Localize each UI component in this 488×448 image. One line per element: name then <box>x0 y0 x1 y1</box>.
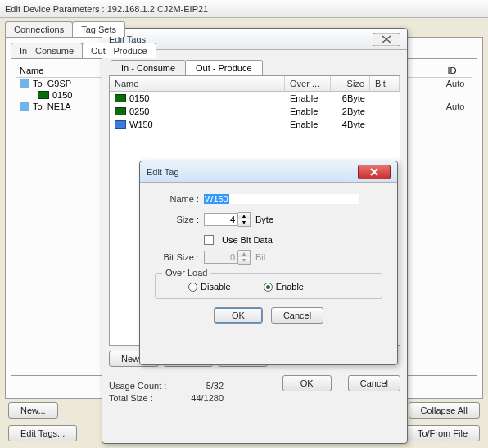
memory-icon <box>115 94 126 102</box>
up-arrow-icon[interactable]: ▲ <box>238 213 250 219</box>
dialog-body: Name : W150 Size : ▲▼ Byte Use Bit Data … <box>140 183 397 332</box>
subtab-out-produce[interactable]: Out - Produce <box>82 43 156 58</box>
grid-header: Name Over ... Size Bit <box>110 76 400 92</box>
collapse-all-button[interactable]: Collapse All <box>409 402 480 419</box>
total-size-value: 44/1280 <box>191 392 224 405</box>
cell-bit <box>370 119 400 130</box>
ok-button[interactable]: OK <box>282 375 332 391</box>
bit-size-spinner: ▲▼ <box>204 250 251 265</box>
cell-size: 2Byte <box>331 106 370 117</box>
tree-item-label: 0150 <box>52 90 72 100</box>
col-name: Name <box>20 66 43 75</box>
edit-tag-dialog: Edit Tag Name : W150 Size : ▲▼ Byte Use … <box>139 161 398 365</box>
network-icon <box>20 79 29 88</box>
to-from-file-button[interactable]: To/From File <box>405 425 480 441</box>
use-bit-label: Use Bit Data <box>222 235 273 245</box>
overload-legend: Over Load <box>162 268 210 278</box>
cell-over: Enable <box>285 106 331 117</box>
bit-size-label: Bit Size : <box>155 252 199 262</box>
usage-count-value: 5/32 <box>191 380 224 392</box>
tab-in-consume[interactable]: In - Consume <box>111 60 186 75</box>
cell-name: 0250 <box>129 106 149 116</box>
enable-label: Enable <box>276 282 304 292</box>
memory-icon <box>115 107 126 115</box>
dialog-titlebar[interactable]: Edit Tag <box>140 161 397 183</box>
col-bit[interactable]: Bit <box>370 76 400 91</box>
cell-name: 0150 <box>129 93 149 103</box>
titlebar: Edit Device Parameters : 192.168.1.2 CJ2… <box>0 0 488 18</box>
cell-size: 6Byte <box>331 93 370 104</box>
tab-tag-sets[interactable]: Tag Sets <box>72 21 125 37</box>
overload-group: Over Load Disable Enable <box>155 273 382 299</box>
col-id: ID <box>436 66 468 75</box>
close-icon[interactable] <box>373 33 400 46</box>
size-spinner[interactable]: ▲▼ <box>204 212 251 227</box>
ok-button[interactable]: OK <box>214 307 263 324</box>
radio-enable[interactable]: Enable <box>264 282 304 292</box>
bit-size-input <box>204 251 238 264</box>
cell-over: Enable <box>285 119 331 130</box>
usage-count-label: Usage Count : <box>109 380 166 392</box>
col-size[interactable]: Size <box>331 76 370 91</box>
tree-item-label: To_G9SP <box>33 79 71 88</box>
edit-tags-tabs: In - Consume Out - Produce <box>111 60 399 75</box>
spinner-arrows[interactable]: ▲▼ <box>238 212 251 227</box>
tree-item-label: To_NE1A <box>33 102 70 111</box>
usage-info: Usage Count : Total Size : 5/32 44/1280 <box>109 380 224 405</box>
size-unit: Byte <box>255 215 273 224</box>
cell-bit <box>370 106 400 117</box>
tree-id: Auto <box>439 79 472 88</box>
disable-label: Disable <box>201 282 231 292</box>
down-arrow-icon[interactable]: ▼ <box>238 219 250 226</box>
cell-name: W150 <box>129 120 153 129</box>
window-title: Edit Device Parameters : 192.168.1.2 CJ2… <box>5 4 483 14</box>
spinner-arrows: ▲▼ <box>238 250 251 265</box>
cell-size: 4Byte <box>331 119 370 130</box>
new-button[interactable]: New... <box>8 402 58 419</box>
close-button[interactable] <box>358 165 391 179</box>
radio-icon <box>264 283 273 292</box>
dialog-buttons: OK Cancel <box>155 307 382 324</box>
size-label: Size : <box>155 215 199 224</box>
col-overload[interactable]: Over ... <box>285 76 331 91</box>
name-label: Name : <box>155 194 199 204</box>
grid-row[interactable]: 0250 Enable 2Byte <box>110 105 400 118</box>
name-value-selected: W150 <box>204 194 229 204</box>
dialog-title: Edit Tag <box>147 167 358 177</box>
radio-disable[interactable]: Disable <box>188 282 231 292</box>
total-size-label: Total Size : <box>109 392 166 405</box>
bit-unit: Bit <box>255 252 266 262</box>
radio-icon <box>188 283 197 292</box>
memory-icon <box>115 120 126 129</box>
use-bit-checkbox[interactable] <box>204 235 214 245</box>
cancel-button[interactable]: Cancel <box>348 375 400 391</box>
col-name[interactable]: Name <box>110 76 285 91</box>
tab-out-produce[interactable]: Out - Produce <box>185 60 262 75</box>
grid-row[interactable]: 0150 Enable 6Byte <box>110 92 400 105</box>
network-icon <box>20 102 29 111</box>
name-input[interactable]: W150 <box>204 194 359 204</box>
subtab-in-consume[interactable]: In - Consume <box>11 43 83 58</box>
memory-icon <box>38 91 49 99</box>
cell-bit <box>370 93 400 104</box>
tab-connections[interactable]: Connections <box>5 21 73 37</box>
edit-tags-button[interactable]: Edit Tags... <box>8 425 77 441</box>
tree-id: Auto <box>439 102 472 111</box>
grid-row[interactable]: W150 Enable 4Byte <box>110 118 400 131</box>
size-input[interactable] <box>204 213 238 226</box>
cell-over: Enable <box>285 93 331 104</box>
cancel-button[interactable]: Cancel <box>271 307 323 324</box>
